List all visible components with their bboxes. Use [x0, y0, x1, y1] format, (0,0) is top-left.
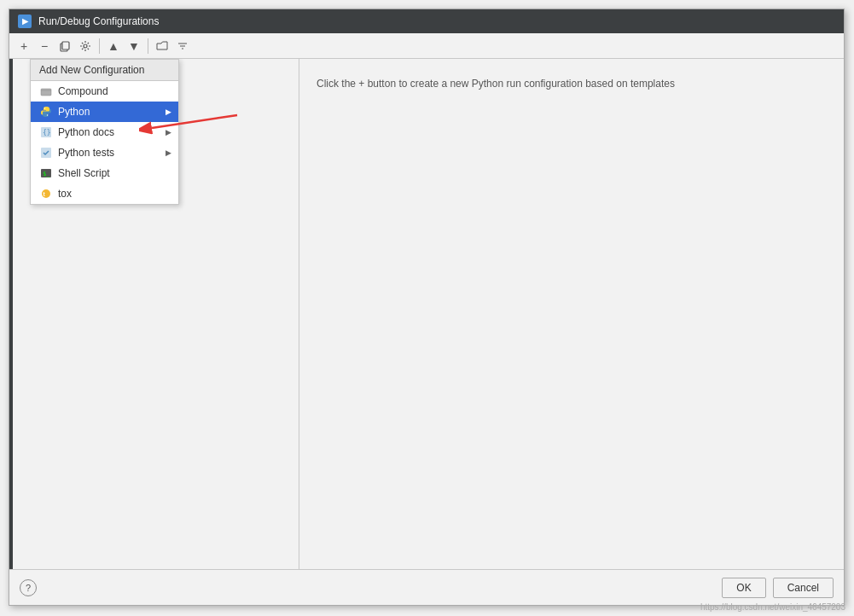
right-panel: Click the + button to create a new Pytho… [299, 59, 844, 569]
ok-button[interactable]: OK [722, 578, 765, 598]
python-tests-label: Python tests [58, 147, 160, 159]
python-label: Python [58, 106, 160, 118]
add-button[interactable]: + [15, 37, 33, 55]
help-button[interactable]: ? [20, 579, 37, 596]
folder-button[interactable] [153, 37, 171, 55]
python-docs-arrow: ▶ [166, 128, 171, 137]
menu-item-shell[interactable]: $_ Shell Script [31, 163, 178, 183]
menu-item-python-docs[interactable]: {} Python docs ▶ [31, 122, 178, 142]
cancel-button[interactable]: Cancel [773, 578, 834, 598]
svg-text:{}: {} [43, 129, 51, 137]
python-tests-arrow: ▶ [166, 148, 171, 157]
left-panel-inner: Add New Configuration Compound [13, 59, 299, 569]
sort-button[interactable] [173, 37, 192, 55]
menu-item-compound[interactable]: Compound [31, 81, 178, 102]
python-docs-label: Python docs [58, 126, 160, 138]
tox-label: tox [58, 188, 171, 200]
down-button[interactable]: ▼ [125, 37, 143, 55]
python-icon [39, 105, 53, 119]
svg-rect-3 [41, 89, 51, 96]
menu-item-python-tests[interactable]: Python tests ▶ [31, 142, 178, 163]
run-debug-dialog: ▶ Run/Debug Configurations + − ▲ ▼ [9, 9, 845, 606]
svg-text:$_: $_ [43, 171, 50, 177]
shell-icon: $_ [39, 166, 53, 180]
python-tests-icon [39, 146, 53, 160]
dropdown-header: Add New Configuration [31, 60, 178, 81]
left-panel: Add New Configuration Compound [9, 59, 299, 569]
tox-icon: t [39, 187, 53, 200]
menu-item-python[interactable]: Python ▶ [31, 102, 178, 122]
titlebar: ▶ Run/Debug Configurations [9, 9, 844, 33]
bottom-bar: ? OK Cancel [9, 569, 844, 605]
hint-text: Click the + button to create a new Pytho… [317, 76, 827, 91]
svg-point-2 [84, 44, 87, 48]
python-docs-icon: {} [39, 125, 53, 139]
compound-label: Compound [58, 85, 171, 97]
svg-point-4 [44, 108, 45, 108]
toolbar: + − ▲ ▼ [9, 33, 844, 59]
compound-icon [39, 84, 53, 98]
svg-point-5 [47, 114, 48, 115]
dropdown-menu: Add New Configuration Compound [30, 59, 179, 205]
titlebar-icon: ▶ [18, 15, 32, 28]
toolbar-separator-2 [148, 38, 148, 54]
bottom-buttons: OK Cancel [722, 578, 834, 598]
watermark: https://blog.csdn.net/weixin_46457203 [700, 602, 845, 612]
up-button[interactable]: ▲ [104, 37, 123, 55]
copy-button[interactable] [55, 37, 74, 55]
svg-rect-1 [62, 42, 69, 49]
dialog-title: Run/Debug Configurations [38, 15, 159, 27]
python-arrow: ▶ [166, 108, 171, 116]
main-content: Add New Configuration Compound [9, 59, 844, 569]
shell-label: Shell Script [58, 167, 171, 179]
remove-button[interactable]: − [35, 37, 54, 55]
menu-item-tox[interactable]: t tox [31, 183, 178, 204]
toolbar-separator [99, 38, 100, 54]
side-accent [9, 59, 13, 569]
settings-button[interactable] [76, 37, 95, 55]
